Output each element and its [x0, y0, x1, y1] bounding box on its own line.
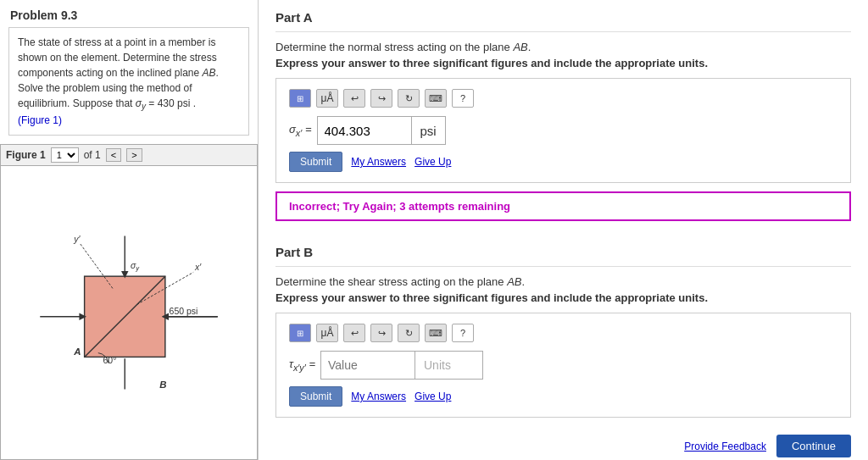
figure-link[interactable]: (Figure 1)	[18, 114, 62, 126]
figure-next-btn[interactable]: >	[126, 148, 142, 162]
description-text: The state of stress at a point in a memb…	[18, 36, 219, 109]
feedback-link[interactable]: Provide Feedback	[684, 441, 766, 452]
part-a-action-row: Submit My Answers Give Up	[289, 152, 837, 172]
part-a-answer-box: ⊞ μÅ ↩ ↪ ↻ ⌨ ? σx′ = psi Submit My Answe…	[275, 78, 851, 183]
figure-header: Figure 1 1 of 1 < >	[1, 145, 257, 166]
svg-text:B: B	[159, 380, 166, 390]
svg-text:σy: σy	[131, 261, 140, 272]
part-b-help-icon[interactable]: ?	[452, 324, 474, 342]
part-b-keyboard-icon[interactable]: ⌨	[425, 324, 447, 342]
help-icon[interactable]: ?	[452, 89, 474, 108]
part-b-grid-icon[interactable]: ⊞	[289, 324, 311, 342]
part-a-give-up-link[interactable]: Give Up	[415, 156, 451, 168]
figure-container: Figure 1 1 of 1 < > 650 psi σy	[0, 144, 258, 460]
part-b-submit-btn[interactable]: Submit	[289, 386, 342, 407]
part-b-refresh-icon[interactable]: ↻	[398, 324, 420, 342]
part-a-title: Part A	[275, 0, 851, 32]
figure-body: 650 psi σy x′ y′ A B 60°	[1, 166, 257, 459]
figure-prev-btn[interactable]: <	[106, 148, 121, 162]
svg-text:60°: 60°	[103, 356, 117, 365]
svg-text:y′: y′	[73, 235, 81, 244]
part-a-description: Determine the normal stress acting on th…	[275, 41, 851, 53]
part-b-undo-icon[interactable]: ↩	[343, 324, 365, 342]
part-b-answer-box: ⊞ μÅ ↩ ↪ ↻ ⌨ ? τx′y′ = Units Submit My A…	[275, 313, 851, 418]
mu-icon[interactable]: μÅ	[316, 89, 338, 108]
part-b-give-up-link[interactable]: Give Up	[415, 391, 451, 402]
part-b: Part B Determine the shear stress acting…	[275, 235, 851, 418]
svg-text:A: A	[73, 347, 81, 357]
incorrect-banner: Incorrect; Try Again; 3 attempts remaini…	[275, 191, 851, 221]
part-b-equation-label: τx′y′ =	[289, 357, 315, 373]
part-b-toolbar: ⊞ μÅ ↩ ↪ ↻ ⌨ ?	[289, 324, 837, 342]
problem-title: Problem 9.3	[0, 0, 258, 27]
continue-btn[interactable]: Continue	[776, 435, 851, 457]
left-panel: Problem 9.3 The state of stress at a poi…	[0, 0, 259, 460]
part-b-redo-icon[interactable]: ↪	[370, 324, 392, 342]
figure-select[interactable]: 1	[51, 147, 79, 163]
diagram-svg: 650 psi σy x′ y′ A B 60°	[27, 228, 231, 397]
svg-text:650 psi: 650 psi	[170, 307, 198, 316]
part-b-title: Part B	[275, 235, 851, 267]
part-b-my-answers-link[interactable]: My Answers	[351, 391, 406, 402]
part-a-answer-row: σx′ = psi	[289, 116, 837, 145]
undo-icon[interactable]: ↩	[343, 89, 365, 108]
part-a-toolbar: ⊞ μÅ ↩ ↪ ↻ ⌨ ?	[289, 89, 837, 108]
svg-text:x′: x′	[194, 263, 202, 272]
problem-description: The state of stress at a point in a memb…	[8, 27, 249, 136]
figure-of: of 1	[84, 149, 101, 161]
part-a-submit-btn[interactable]: Submit	[289, 152, 342, 172]
right-panel: Part A Determine the normal stress actin…	[259, 0, 868, 460]
refresh-icon[interactable]: ↻	[398, 89, 420, 108]
part-a-equation-label: σx′ =	[289, 123, 312, 138]
part-b-mu-icon[interactable]: μÅ	[316, 324, 338, 342]
part-a-value-input[interactable]	[318, 117, 411, 144]
footer-row: Provide Feedback Continue	[275, 435, 851, 457]
part-a-units-display: psi	[411, 117, 445, 144]
part-b-description: Determine the shear stress acting on the…	[275, 275, 851, 288]
grid-icon[interactable]: ⊞	[289, 89, 311, 108]
part-b-answer-row: τx′y′ = Units	[289, 351, 837, 380]
part-b-express-line: Express your answer to three significant…	[275, 291, 851, 304]
part-a-express-line: Express your answer to three significant…	[275, 57, 851, 69]
part-a-my-answers-link[interactable]: My Answers	[351, 156, 406, 168]
part-b-units-display: Units	[415, 352, 482, 379]
part-b-value-input[interactable]	[321, 352, 415, 379]
part-b-action-row: Submit My Answers Give Up	[289, 386, 837, 407]
keyboard-icon[interactable]: ⌨	[425, 89, 447, 108]
figure-label: Figure 1	[6, 149, 46, 161]
redo-icon[interactable]: ↪	[370, 89, 392, 108]
